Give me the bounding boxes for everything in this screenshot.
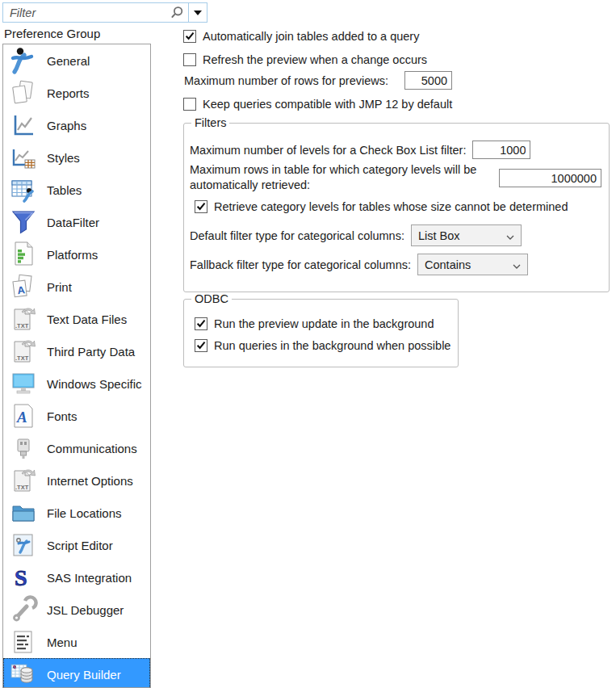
run-preview-background-label: Run the preview update in the background: [214, 317, 434, 330]
jmp12-compat-checkbox[interactable]: [183, 98, 196, 111]
sidebar-item-script-editor[interactable]: Script Editor: [3, 529, 150, 561]
default-filter-type-dropdown[interactable]: List Box: [411, 224, 522, 246]
sidebar-item-menu[interactable]: Menu: [3, 626, 150, 658]
odbc-group: ODBC Run the preview update in the backg…: [183, 299, 459, 367]
refresh-preview-checkbox[interactable]: [183, 53, 196, 66]
auto-join-checkbox[interactable]: [183, 30, 196, 43]
sidebar-item-general[interactable]: General: [3, 44, 150, 77]
graphs-icon: [7, 110, 40, 141]
reports-icon: [7, 78, 40, 108]
sidebar-item-internet-options[interactable]: .TXTInternet Options: [3, 464, 150, 497]
run-preview-background-row: Run the preview update in the background: [195, 317, 434, 330]
sidebar-item-fonts[interactable]: AFonts: [3, 400, 150, 432]
sidebar-item-query-builder[interactable]: Query Builder: [3, 658, 150, 688]
run-preview-background-checkbox[interactable]: [195, 317, 207, 330]
sidebar-item-file-locations[interactable]: File Locations: [3, 497, 150, 529]
sidebar-item-label: File Locations: [47, 506, 122, 520]
magnifier-icon[interactable]: [166, 3, 188, 22]
fallback-filter-type-dropdown[interactable]: Contains: [417, 254, 528, 275]
sidebar-item-label: Script Editor: [47, 539, 113, 552]
sidebar-item-tables[interactable]: Tables: [3, 174, 150, 206]
sidebar-item-sas-integration[interactable]: SSAS Integration: [3, 561, 150, 594]
communications-icon: [7, 433, 40, 464]
sidebar-item-jsl-debugger[interactable]: JSL Debugger: [3, 594, 150, 626]
third-party-data-icon: .TXT: [7, 336, 40, 367]
sidebar-item-label: Communications: [47, 442, 137, 455]
platforms-icon: [7, 239, 40, 270]
sidebar-item-label: Menu: [47, 636, 78, 649]
filter-box: [2, 2, 207, 23]
run-queries-background-checkbox[interactable]: [195, 339, 207, 352]
filter-input[interactable]: [3, 3, 166, 22]
sidebar-item-print[interactable]: APrint: [3, 271, 150, 303]
sidebar-item-label: Fonts: [47, 409, 78, 423]
sidebar-item-label: Platforms: [47, 248, 98, 262]
sidebar-item-reports[interactable]: Reports: [3, 77, 150, 109]
sidebar-item-styles[interactable]: Styles: [3, 141, 150, 174]
retrieve-category-label: Retrieve category levels for tables whos…: [214, 200, 568, 213]
dropdown-arrow-icon[interactable]: [189, 3, 207, 22]
sidebar-item-label: JSL Debugger: [47, 603, 124, 617]
sidebar-item-third-party-data[interactable]: .TXTThird Party Data: [3, 335, 150, 367]
sidebar-item-datafilter[interactable]: DataFilter: [3, 206, 150, 238]
svg-text:.TXT: .TXT: [15, 322, 29, 329]
svg-text:A: A: [16, 409, 27, 426]
general-icon: [7, 45, 40, 76]
sidebar-item-label: Third Party Data: [47, 345, 135, 359]
retrieve-category-checkbox[interactable]: [195, 200, 207, 213]
sidebar-item-label: SAS Integration: [47, 571, 132, 585]
jmp12-compat-label: Keep queries compatible with JMP 12 by d…: [203, 98, 452, 111]
preference-group-list: GeneralReportsGraphsStylesTablesDataFilt…: [2, 44, 151, 688]
menu-icon: [7, 627, 40, 657]
sidebar-item-label: Print: [47, 280, 72, 294]
max-rows-category-input[interactable]: [499, 169, 601, 187]
fonts-icon: A: [7, 401, 40, 431]
jsl-debugger-icon: [7, 594, 40, 625]
internet-options-icon: .TXT: [7, 465, 40, 496]
odbc-group-title: ODBC: [191, 292, 232, 305]
run-queries-background-label: Run queries in the background when possi…: [214, 339, 450, 352]
max-levels-row: Maximum number of levels for a Check Box…: [190, 141, 530, 159]
fallback-filter-type-value: Contains: [425, 258, 513, 271]
retrieve-category-row: Retrieve category levels for tables whos…: [195, 200, 568, 213]
svg-text:.TXT: .TXT: [15, 354, 29, 362]
chevron-down-icon: [513, 258, 521, 271]
svg-text:.TXT: .TXT: [15, 484, 29, 491]
sidebar-item-label: Graphs: [47, 119, 86, 132]
max-levels-input[interactable]: [472, 141, 530, 159]
sidebar-item-text-data-files[interactable]: .TXTText Data Files: [3, 303, 150, 335]
preference-group-title: Preference Group: [4, 27, 100, 40]
tables-icon: [7, 174, 40, 205]
sidebar-item-label: Query Builder: [47, 668, 121, 682]
max-rows-previews-input[interactable]: [404, 71, 452, 90]
sidebar-item-label: Internet Options: [47, 474, 133, 488]
sidebar-item-communications[interactable]: Communications: [3, 432, 150, 464]
max-rows-previews-label: Maximum number of rows for previews:: [184, 74, 388, 87]
file-locations-icon: [7, 497, 40, 528]
sidebar-item-label: Tables: [47, 183, 82, 197]
script-editor-icon: [7, 530, 40, 560]
sidebar-item-label: Styles: [47, 151, 80, 165]
max-levels-label: Maximum number of levels for a Check Box…: [190, 144, 466, 157]
sidebar-item-windows-specific[interactable]: Windows Specific: [3, 367, 150, 400]
chevron-down-icon: [506, 229, 514, 242]
sidebar-item-graphs[interactable]: Graphs: [3, 109, 150, 141]
max-rows-category-row: Maximum rows in table for which category…: [190, 162, 601, 193]
fallback-filter-type-label: Fallback filter type for categorical col…: [190, 258, 411, 271]
auto-join-label: Automatically join tables added to a que…: [203, 30, 419, 43]
max-rows-category-label: Maximum rows in table for which category…: [190, 162, 492, 193]
max-rows-previews-row: Maximum number of rows for previews:: [184, 71, 452, 90]
auto-join-row: Automatically join tables added to a que…: [183, 30, 419, 43]
run-queries-background-row: Run queries in the background when possi…: [195, 339, 450, 352]
sidebar-item-label: DataFilter: [47, 216, 99, 229]
sidebar-item-platforms[interactable]: Platforms: [3, 238, 150, 271]
default-filter-type-row: Default filter type for categorical colu…: [190, 224, 522, 246]
svg-text:S: S: [15, 565, 27, 590]
styles-icon: [7, 142, 40, 173]
sidebar-item-label: Text Data Files: [47, 313, 127, 326]
jmp12-compat-row: Keep queries compatible with JMP 12 by d…: [183, 98, 452, 111]
filters-group: Filters Maximum number of levels for a C…: [183, 123, 610, 292]
text-data-files-icon: .TXT: [7, 304, 40, 334]
filters-group-title: Filters: [191, 116, 229, 129]
refresh-preview-label: Refresh the preview when a change occurs: [203, 53, 427, 66]
